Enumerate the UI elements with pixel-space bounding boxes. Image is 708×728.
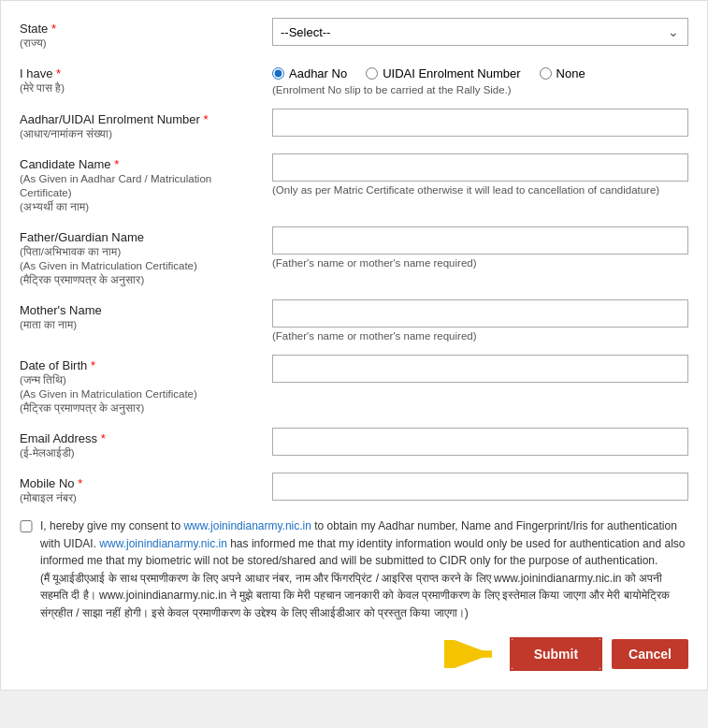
mobile-input[interactable] — [272, 473, 688, 501]
consent-text: I, hereby give my consent to www.joinind… — [40, 517, 688, 622]
consent-link-1[interactable]: www.joinindianarmy.nic.in — [183, 519, 311, 532]
mobile-row: Mobile No * (मोबाइल नंबर) — [20, 473, 688, 504]
radio-uidai[interactable] — [366, 67, 378, 80]
i-have-row: I have * (मेरे पास है) Aadhar No UIDAI E… — [20, 63, 688, 95]
mother-name-label: Mother's Name — [20, 303, 102, 317]
state-select-wrapper: --Select-- ⌄ — [272, 18, 688, 46]
registration-form: State * (राज्य) --Select-- ⌄ I have * (म… — [0, 0, 708, 691]
radio-aadhar-text: Aadhar No — [289, 66, 347, 80]
consent-link-2[interactable]: www.joinindianarmy.nic.in — [99, 537, 227, 550]
mother-name-label-hi: (माता का नाम) — [20, 319, 77, 330]
radio-none-label[interactable]: None — [540, 66, 585, 80]
i-have-radio-group: Aadhar No UIDAI Enrolment Number None — [272, 63, 688, 80]
submit-highlight-box: Submit — [510, 637, 602, 671]
aadhar-number-row: Aadhar/UIDAI Enrolment Number * (आधार/ना… — [20, 109, 688, 140]
mother-name-row: Mother's Name (माता का नाम) (Father's na… — [20, 299, 688, 342]
father-name-label-hi: (पिता/अभिभावक का नाम) — [20, 246, 121, 257]
dob-label-hi: (जन्म तिथि) — [20, 374, 66, 386]
dob-label-sub: (As Given in Matriculation Certificate) — [20, 388, 197, 400]
cancel-button[interactable]: Cancel — [612, 639, 688, 669]
consent-text-hi: (मैं यूआईडीएआई के साथ प्रमाणीकरण के लिए … — [40, 572, 670, 619]
father-name-label-sub-hi: (मैट्रिक प्रमाणपत्र के अनुसार) — [20, 274, 144, 285]
dob-input[interactable] — [272, 355, 688, 383]
candidate-name-hint: (Only as per Matric Certificate otherwis… — [272, 184, 688, 196]
aadhar-number-input[interactable] — [272, 109, 688, 137]
aadhar-number-label-hi: (आधार/नामांकन संख्या) — [20, 128, 112, 139]
aadhar-number-label: Aadhar/UIDAI Enrolment Number — [20, 112, 200, 126]
email-label: Email Address — [20, 431, 97, 445]
candidate-name-row: Candidate Name * (As Given in Aadhar Car… — [20, 153, 688, 213]
radio-uidai-text: UIDAI Enrolment Number — [383, 66, 520, 80]
i-have-label-hi: (मेरे पास है) — [20, 82, 65, 94]
mother-name-hint: (Father's name or mother's name required… — [272, 330, 688, 342]
radio-aadhar[interactable] — [272, 67, 284, 80]
mobile-label: Mobile No — [20, 476, 75, 490]
radio-none[interactable] — [540, 67, 552, 80]
submit-button[interactable]: Submit — [512, 639, 600, 669]
dob-label: Date of Birth — [20, 358, 87, 372]
radio-none-text: None — [556, 66, 585, 80]
mother-name-input[interactable] — [272, 299, 688, 328]
candidate-name-input[interactable] — [272, 153, 688, 182]
enrolment-hint: (Enrolment No slip to be carried at the … — [272, 84, 688, 95]
father-name-hint: (Father's name or mother's name required… — [272, 257, 688, 269]
submit-arrow-indicator — [444, 640, 500, 668]
dob-label-sub-hi: (मैट्रिक प्रमाणपत्र के अनुसार) — [20, 402, 144, 414]
radio-uidai-label[interactable]: UIDAI Enrolment Number — [366, 66, 520, 80]
consent-text-en: I, hereby give my consent to www.joinind… — [40, 519, 685, 567]
candidate-name-label-hi: (अभ्यर्थी का नाम) — [20, 201, 89, 212]
dob-row: Date of Birth * (जन्म तिथि) (As Given in… — [20, 355, 688, 415]
consent-checkbox[interactable] — [20, 520, 33, 532]
state-label-hi: (राज्य) — [20, 37, 47, 49]
i-have-label: I have — [20, 66, 52, 80]
email-label-hi: (ई-मेलआईडी) — [20, 447, 75, 459]
father-name-label-sub: (As Given in Matriculation Certificate) — [20, 260, 197, 271]
state-label: State — [20, 22, 48, 36]
radio-aadhar-label[interactable]: Aadhar No — [272, 66, 347, 80]
email-input[interactable] — [272, 428, 688, 456]
father-name-label: Father/Guardian Name — [20, 230, 144, 244]
candidate-name-label: Candidate Name — [20, 157, 111, 171]
button-row: Submit Cancel — [20, 637, 688, 671]
father-name-row: Father/Guardian Name (पिता/अभिभावक का ना… — [20, 226, 688, 286]
father-name-input[interactable] — [272, 226, 688, 255]
candidate-name-label-sub: (As Given in Aadhar Card / Matriculation… — [20, 173, 211, 198]
email-row: Email Address * (ई-मेलआईडी) — [20, 428, 688, 459]
arrow-icon — [444, 640, 500, 668]
state-row: State * (राज्य) --Select-- ⌄ — [20, 18, 688, 50]
consent-row: I, hereby give my consent to www.joinind… — [20, 517, 688, 622]
state-select[interactable]: --Select-- — [272, 18, 688, 46]
mobile-label-hi: (मोबाइल नंबर) — [20, 492, 77, 503]
